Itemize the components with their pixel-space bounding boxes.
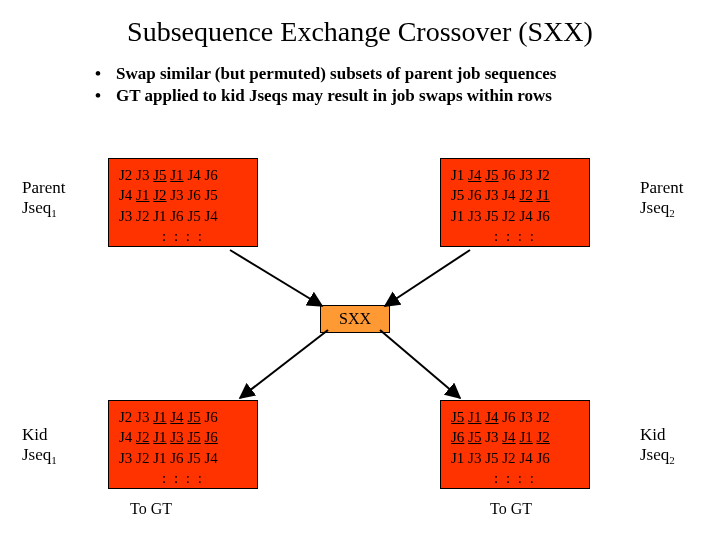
arrow-sxx-to-kid2 [380, 330, 460, 398]
parent-jseq2-label: Parent Jseq2 [640, 178, 700, 221]
bullet-dot: • [80, 64, 116, 84]
bullet-text: GT applied to kid Jseqs may result in jo… [116, 86, 552, 106]
kid-jseq2-box: J5 J1 J4 J6 J3 J2J6 J5 J3 J4 J1 J2J1 J3 … [440, 400, 590, 489]
kid-jseq1-box: J2 J3 J1 J4 J5 J6J4 J2 J1 J3 J5 J6J3 J2 … [108, 400, 258, 489]
sxx-operator-box: SXX [320, 305, 390, 333]
to-gt-label-right: To GT [490, 500, 532, 518]
kid-jseq1-label: Kid Jseq1 [22, 425, 82, 468]
arrow-sxx-to-kid1 [240, 330, 328, 398]
arrow-parent2-to-sxx [385, 250, 470, 306]
to-gt-label-left: To GT [130, 500, 172, 518]
page-title: Subsequence Exchange Crossover (SXX) [0, 0, 720, 56]
parent-jseq1-label: Parent Jseq1 [22, 178, 82, 221]
parent-jseq2-box: J1 J4 J5 J6 J3 J2J5 J6 J3 J4 J2 J1J1 J3 … [440, 158, 590, 247]
bullet-list: •Swap similar (but permuted) subsets of … [80, 64, 720, 106]
kid-jseq2-label: Kid Jseq2 [640, 425, 700, 468]
parent-jseq1-box: J2 J3 J5 J1 J4 J6J4 J1 J2 J3 J6 J5J3 J2 … [108, 158, 258, 247]
bullet-dot: • [80, 86, 116, 106]
arrow-parent1-to-sxx [230, 250, 322, 306]
bullet-text: Swap similar (but permuted) subsets of p… [116, 64, 556, 84]
